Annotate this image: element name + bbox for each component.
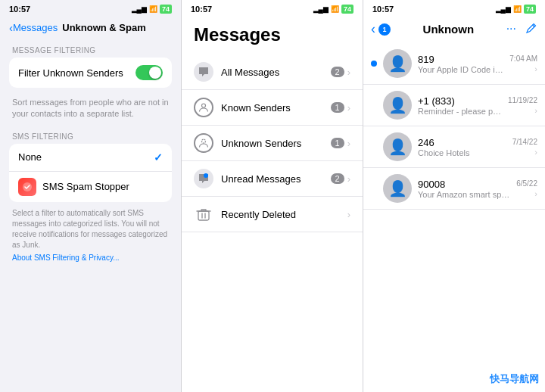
messages-category-list: All Messages 2 › Known Senders 1 ›: [182, 54, 363, 232]
list-item-known-senders[interactable]: Known Senders 1 ›: [182, 90, 363, 126]
status-bar-right: 10:57 ▂▄▆ 📶 74: [363, 0, 545, 18]
sms-privacy-link[interactable]: About SMS Filtering & Privacy...: [0, 254, 181, 271]
status-bar-left: 10:57 ▂▄▆ 📶 74: [0, 0, 181, 18]
all-messages-chevron: ›: [347, 67, 350, 78]
filter-description: Sort messages from people who are not in…: [0, 97, 181, 126]
recently-deleted-label: Recently Deleted: [221, 209, 347, 220]
back-with-badge[interactable]: ‹ 1: [371, 21, 391, 37]
avatar-246: 👤: [383, 132, 412, 161]
list-item-all-messages[interactable]: All Messages 2 ›: [182, 54, 363, 90]
unknown-messages-panel: 10:57 ▂▄▆ 📶 74 ‹ 1 Unknown ···: [363, 0, 545, 392]
known-senders-label: Known Senders: [221, 102, 331, 114]
svg-point-1: [202, 104, 206, 107]
list-item-recently-deleted[interactable]: Recently Deleted ›: [182, 197, 363, 232]
watermark: 快马导航网: [490, 372, 539, 386]
message-item-90008[interactable]: 👤 90008 Your Amazon smart speaker was pa…: [363, 168, 545, 210]
messages-main-title: Messages: [182, 18, 363, 54]
svg-point-3: [204, 173, 208, 178]
filter-toggle-switch[interactable]: [135, 65, 163, 80]
battery-icon-right: 74: [524, 5, 536, 14]
msg-preview-246: Choice Hotels: [418, 148, 506, 157]
avatar-person-icon-90008: 👤: [388, 179, 407, 198]
sms-app-option[interactable]: SMS Spam Stopper: [9, 172, 172, 202]
sms-none-label: None: [18, 151, 42, 163]
unread-dot-819: [371, 61, 377, 67]
sms-spam-stopper-icon: [18, 178, 36, 196]
recently-deleted-chevron: ›: [347, 209, 350, 220]
msg-sender-90008: 90008: [418, 179, 510, 190]
msg-time-246: 7/14/22: [512, 138, 537, 146]
msg-meta-819: 7:04 AM ›: [509, 54, 537, 73]
msg-chevron-819: ›: [534, 64, 537, 73]
msg-preview-833: Reminder - please provide feedback: [418, 107, 502, 116]
wifi-icon-mid: 📶: [331, 5, 339, 13]
wifi-icon-right: 📶: [513, 5, 522, 13]
status-time-left: 10:57: [9, 5, 30, 14]
sms-filtering-label: SMS FILTERING: [0, 126, 181, 144]
msg-sender-833: +1 (833): [418, 95, 502, 107]
msg-content-833: +1 (833) Reminder - please provide feedb…: [418, 95, 502, 116]
sms-none-check: ✓: [154, 151, 163, 163]
status-time-middle: 10:57: [191, 5, 212, 14]
more-options-button[interactable]: ···: [506, 22, 516, 37]
msg-time-833: 11/19/22: [508, 96, 537, 104]
messages-list-panel: 10:57 ▂▄▆ 📶 74 Messages All Messages 2 ›: [182, 0, 363, 392]
msg-chevron-90008: ›: [534, 189, 537, 198]
signal-icon: ▂▄▆: [132, 5, 147, 13]
status-icons-left: ▂▄▆ 📶 74: [132, 5, 172, 14]
signal-icon-right: ▂▄▆: [496, 5, 511, 13]
avatar-90008: 👤: [383, 174, 412, 203]
msg-chevron-833: ›: [534, 106, 537, 115]
status-icons-right: ▂▄▆ 📶 74: [496, 5, 536, 14]
known-senders-count: 1: [331, 102, 344, 113]
msg-sender-246: 246: [418, 137, 506, 148]
back-chevron-right: ‹: [371, 21, 375, 37]
avatar-person-icon-833: 👤: [388, 96, 407, 114]
right-header-actions: ···: [506, 22, 537, 37]
compose-button[interactable]: [525, 22, 537, 37]
filter-toggle-row[interactable]: Filter Unknown Senders: [9, 58, 172, 88]
avatar-833: 👤: [383, 91, 412, 120]
nav-header-left: ‹ Messages Unknown & Spam: [0, 18, 181, 40]
msg-content-819: 819 Your Apple ID Code is: 308: [418, 54, 503, 74]
back-badge-count: 1: [382, 26, 386, 33]
sms-description: Select a filter to automatically sort SM…: [0, 208, 181, 254]
unknown-senders-chevron: ›: [347, 138, 350, 149]
avatar-person-icon: 👤: [388, 54, 407, 73]
list-item-unread-messages[interactable]: Unread Messages 2 ›: [182, 161, 363, 197]
all-messages-label: All Messages: [221, 67, 331, 78]
status-bar-middle: 10:57 ▂▄▆ 📶 74: [182, 0, 363, 18]
sms-none-option[interactable]: None ✓: [9, 144, 172, 172]
message-item-246[interactable]: 👤 246 Choice Hotels 7/14/22 ›: [363, 126, 545, 168]
recently-deleted-icon: [194, 204, 213, 224]
signal-icon-mid: ▂▄▆: [313, 5, 329, 13]
msg-time-819: 7:04 AM: [509, 54, 537, 63]
unknown-messages-list: 👤 819 Your Apple ID Code is: 308 7:04 AM…: [363, 43, 545, 210]
status-time-right: 10:57: [372, 5, 394, 14]
known-senders-icon: [194, 98, 213, 117]
known-senders-chevron: ›: [347, 102, 350, 114]
filter-card: Filter Unknown Senders: [9, 58, 172, 88]
all-messages-count: 2: [331, 67, 344, 77]
sms-app-label: SMS Spam Stopper: [42, 181, 129, 192]
settings-panel: 10:57 ▂▄▆ 📶 74 ‹ Messages Unknown & Spam…: [0, 0, 182, 392]
message-item-833[interactable]: 👤 +1 (833) Reminder - please provide fee…: [363, 85, 545, 126]
list-item-unknown-senders[interactable]: Unknown Senders 1 ›: [182, 126, 363, 161]
msg-content-90008: 90008 Your Amazon smart speaker was pair…: [418, 179, 510, 199]
back-link-left[interactable]: Messages: [13, 22, 58, 33]
message-filtering-label: MESSAGE FILTERING: [0, 40, 181, 58]
wifi-icon: 📶: [149, 5, 157, 13]
unread-messages-icon: [194, 169, 213, 188]
svg-point-2: [202, 139, 206, 143]
battery-icon: 74: [160, 5, 172, 14]
msg-time-90008: 6/5/22: [516, 179, 537, 188]
status-icons-middle: ▂▄▆ 📶 74: [313, 5, 353, 14]
message-item-819[interactable]: 👤 819 Your Apple ID Code is: 308 7:04 AM…: [363, 43, 545, 85]
all-messages-icon: [194, 62, 213, 82]
avatar-person-icon-246: 👤: [388, 138, 407, 156]
back-badge: 1: [378, 23, 391, 36]
msg-chevron-246: ›: [534, 148, 537, 157]
msg-preview-90008: Your Amazon smart speaker was paired: [418, 190, 510, 199]
msg-meta-90008: 6/5/22 ›: [516, 179, 537, 198]
unknown-senders-label: Unknown Senders: [221, 138, 331, 149]
